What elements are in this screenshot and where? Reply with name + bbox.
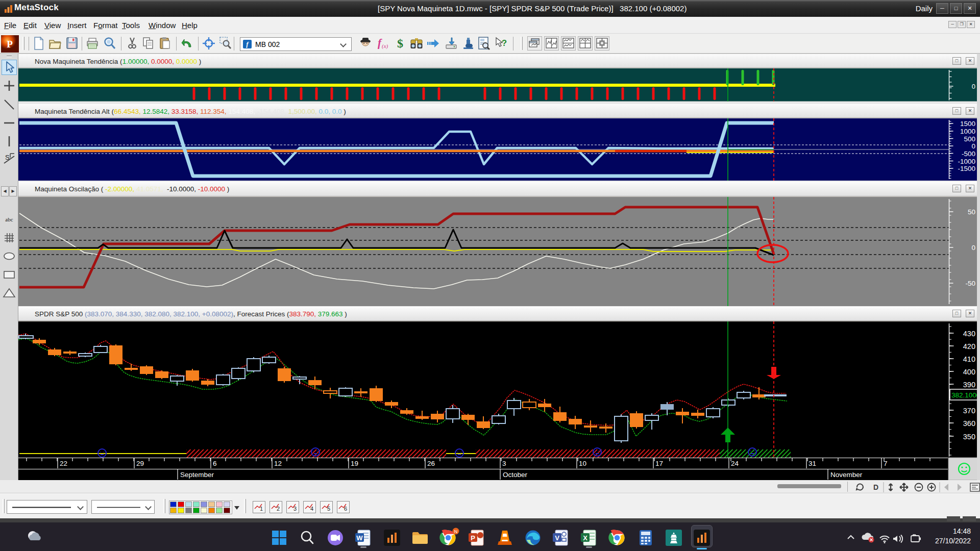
- svg-text:31: 31: [808, 460, 816, 467]
- svg-text:0: 0: [971, 244, 975, 252]
- svg-text:22: 22: [60, 460, 67, 467]
- svg-text:19: 19: [351, 460, 358, 467]
- svg-text:V: V: [555, 534, 559, 542]
- svg-text:3: 3: [502, 460, 506, 467]
- svg-text:17: 17: [655, 460, 663, 467]
- svg-text:6: 6: [344, 506, 347, 512]
- svg-text:370: 370: [963, 407, 975, 415]
- svg-text:50: 50: [968, 208, 975, 216]
- svg-text:-1000: -1000: [958, 158, 975, 165]
- svg-text:2: 2: [277, 506, 280, 512]
- svg-text:430: 430: [963, 330, 975, 338]
- svg-text:350: 350: [963, 433, 975, 441]
- svg-text:400: 400: [963, 368, 975, 376]
- svg-text:3: 3: [293, 506, 297, 512]
- svg-text:-50: -50: [965, 280, 975, 287]
- svg-text:26: 26: [427, 460, 435, 467]
- svg-text:390: 390: [963, 381, 975, 389]
- svg-text:4: 4: [310, 506, 313, 512]
- svg-text:0: 0: [972, 83, 975, 90]
- svg-text:29: 29: [136, 460, 144, 467]
- svg-text:500: 500: [964, 135, 975, 143]
- svg-text:D: D: [873, 483, 878, 491]
- svg-text:7: 7: [884, 460, 888, 467]
- svg-text:1: 1: [260, 506, 263, 512]
- svg-text:382.1000: 382.1000: [951, 391, 980, 399]
- svg-text:5: 5: [327, 506, 330, 512]
- svg-text:W: W: [356, 534, 363, 542]
- svg-text:-500: -500: [962, 150, 975, 158]
- svg-text:October: October: [503, 471, 528, 479]
- svg-text:6: 6: [213, 460, 217, 467]
- svg-text:September: September: [180, 471, 214, 479]
- svg-text:12: 12: [274, 460, 282, 467]
- svg-text:24: 24: [731, 460, 739, 467]
- svg-text:420: 420: [963, 342, 975, 350]
- svg-text:0: 0: [971, 142, 975, 150]
- svg-text:1000: 1000: [960, 128, 975, 135]
- svg-text:-1500: -1500: [958, 165, 975, 172]
- svg-text:1500: 1500: [960, 120, 975, 128]
- svg-text:X: X: [583, 534, 587, 542]
- svg-text:360: 360: [963, 419, 975, 428]
- svg-text:November: November: [830, 471, 863, 479]
- svg-text:N: N: [454, 529, 458, 534]
- svg-text:410: 410: [963, 355, 975, 363]
- svg-text:S: S: [5, 154, 10, 161]
- svg-text:10: 10: [579, 460, 586, 467]
- svg-text:P: P: [471, 534, 475, 542]
